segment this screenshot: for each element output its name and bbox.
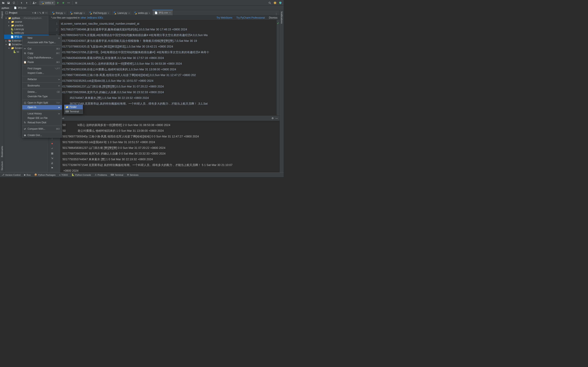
svg-point-4	[69, 2, 70, 3]
search-icon[interactable]	[267, 0, 272, 5]
gutter-notifications[interactable]: Notifications	[281, 11, 283, 24]
banner-link[interactable]: other JetBrains IDEs	[81, 16, 103, 19]
menu-refactor[interactable]: Refactor▸	[22, 77, 62, 82]
menu-new[interactable]: New▸	[22, 36, 62, 40]
breadcrumb-root[interactable]: python	[2, 7, 9, 9]
minimize-icon[interactable]: —	[276, 117, 278, 120]
debug-icon[interactable]	[61, 0, 66, 5]
bottom-tools: ⎇Version Control▶Run📦Python Packages≡TOD…	[0, 173, 284, 177]
right-tool-gutter: Notifications	[279, 10, 284, 173]
svg-rect-8	[6, 12, 8, 14]
tool-python-packages[interactable]: 📦Python Packages	[34, 174, 56, 176]
tool-todo[interactable]: ≡TODO	[59, 174, 68, 176]
finder-icon: 📁	[66, 106, 68, 108]
select-opened-icon[interactable]: ⊕	[34, 11, 36, 14]
user-icon[interactable]: ▾	[32, 0, 37, 5]
tree-root[interactable]: ▾📁 python ~/Desktop/python	[4, 16, 49, 20]
menu-delete-[interactable]: Delete...⌫	[22, 90, 62, 94]
context-submenu: 📁Finder⌨Terminal	[64, 105, 83, 114]
svg-point-6	[269, 2, 270, 3]
layout-icon[interactable]: ▦	[50, 151, 54, 156]
scrollbar[interactable]: ✔	[277, 20, 279, 115]
forward-icon[interactable]	[24, 0, 29, 5]
sync-icon[interactable]	[11, 0, 16, 5]
banner-try2[interactable]: Try PyCharm Professional	[236, 16, 265, 19]
print-icon[interactable]: 🖨	[50, 161, 54, 165]
back-icon[interactable]	[19, 0, 24, 5]
tree-item[interactable]: 🐍Lianxi.py	[4, 27, 49, 31]
tab-Lianxi-py[interactable]: Lianxi.py✕	[112, 11, 132, 15]
tab-overflow-icon[interactable]: ⋮	[274, 12, 279, 15]
tab-weibo-py[interactable]: weibo.py✕	[132, 11, 153, 15]
svg-point-7	[274, 1, 276, 4]
tool-problems[interactable]: ⚠Problems	[95, 174, 107, 176]
menu-cut[interactable]: ✂Cut⌘X	[22, 47, 62, 51]
filter-icon[interactable]: ⚑	[50, 166, 54, 170]
menu-bookmarks[interactable]: Bookmarks▸	[22, 83, 62, 88]
menu-create-gist-[interactable]: ◉Create Gist...	[22, 133, 62, 137]
close-icon[interactable]: ✕	[108, 12, 109, 14]
wrap-icon[interactable]: ⤶	[50, 146, 54, 151]
menu-override-file-type[interactable]: Override File Type	[22, 94, 62, 99]
close-icon[interactable]: ✕	[169, 12, 171, 14]
tree-item[interactable]: ▸📁practice	[4, 24, 49, 27]
menu-repair-ide-on-file[interactable]: Repair IDE on File	[22, 116, 62, 120]
menu-copy-path-reference-[interactable]: Copy Path/Reference...	[22, 55, 62, 60]
gutter-structure[interactable]: Structure	[1, 161, 3, 170]
more-run-icon[interactable]	[66, 0, 71, 5]
settings-icon[interactable]: ⚙	[42, 11, 44, 14]
close-icon[interactable]: ✕	[128, 12, 130, 14]
tool-version-control[interactable]: ⎇Version Control	[2, 174, 20, 176]
hide-icon[interactable]: —	[45, 11, 48, 14]
menu-inspect-code-[interactable]: Inspect Code...	[22, 71, 62, 75]
run-icon[interactable]	[56, 0, 61, 5]
paste-icon: 📋	[24, 61, 26, 64]
open-icon[interactable]	[1, 0, 6, 5]
tree-item[interactable]: 🐍weibo.py	[4, 31, 49, 35]
copy-icon: ⧉	[24, 52, 26, 55]
shield-icon[interactable]	[278, 0, 283, 5]
gutter-project[interactable]: Project	[1, 11, 3, 18]
tool-run[interactable]: ▶Run	[24, 174, 31, 176]
svg-point-2	[68, 2, 68, 3]
collapse-icon[interactable]: ⤡	[39, 11, 41, 14]
menu-open-in[interactable]: Open In▸	[22, 105, 62, 109]
tab-main-py[interactable]: main.py✕	[68, 11, 87, 15]
avatar-icon[interactable]	[273, 0, 277, 5]
file-icon: 📄	[14, 7, 17, 9]
menu-associate-with-file-type-[interactable]: Associate with File Type...	[22, 40, 62, 45]
menu-local-history[interactable]: Local History▸	[22, 111, 62, 116]
submenu-terminal[interactable]: ⌨Terminal	[64, 109, 83, 114]
menu-copy[interactable]: ⧉Copy⌘C	[22, 51, 62, 55]
tool-terminal[interactable]: ⌨Terminal	[111, 174, 123, 176]
scroll-icon[interactable]: ⇲	[50, 156, 54, 160]
gutter-bookmarks[interactable]: Bookmarks	[1, 146, 3, 157]
banner-dismiss[interactable]: Dismiss	[269, 16, 277, 19]
close-icon[interactable]: ✕	[64, 12, 66, 14]
save-icon[interactable]	[6, 0, 11, 5]
close-icon[interactable]: ✕	[149, 12, 150, 14]
tab-PaChong-py[interactable]: PaChong.py✕	[87, 11, 112, 15]
stop-icon[interactable]	[74, 0, 79, 5]
run-output[interactable]: 50 ki奕心 这样的新闻多发一些[爱橙橙] 2 0 Sun Mar 31 08…	[61, 121, 279, 173]
run-config-selector[interactable]: weibo ▾	[39, 1, 55, 5]
close-icon[interactable]: ✕	[83, 12, 85, 14]
menu-reload-from-disk[interactable]: ↻Reload from Disk	[22, 120, 62, 125]
svg-point-1	[63, 2, 64, 3]
stop-icon[interactable]: ■	[50, 141, 54, 146]
banner-try1[interactable]: Try WebStorm	[217, 16, 232, 19]
tool-services[interactable]: ⚙Services	[127, 174, 138, 176]
menu-paste[interactable]: 📋Paste⌘V	[22, 60, 62, 64]
menu-compare-with-[interactable]: ⇄Compare With...⌘D	[22, 127, 62, 131]
submenu-finder[interactable]: 📁Finder	[64, 105, 83, 109]
menu-find-usages[interactable]: Find Usages⌥F7	[22, 66, 62, 71]
tool-python-console[interactable]: 🐍Python Console	[71, 174, 91, 176]
expand-all-icon[interactable]: ↕	[37, 11, 38, 14]
tab--csv[interactable]: 📄评论.csv✕	[153, 10, 173, 15]
editor-content[interactable]: id,screen_name,text_raw,like_counts,tota…	[59, 20, 277, 115]
tree-item[interactable]: ▸📁course	[4, 20, 49, 24]
breadcrumb-file[interactable]: 评论.csv	[18, 6, 26, 9]
gear-icon[interactable]: ⚙	[272, 117, 274, 120]
menu-open-in-right-split[interactable]: ◫Open in Right Split⇧↩	[22, 100, 62, 105]
tab-first-py[interactable]: first.py✕	[50, 11, 68, 15]
